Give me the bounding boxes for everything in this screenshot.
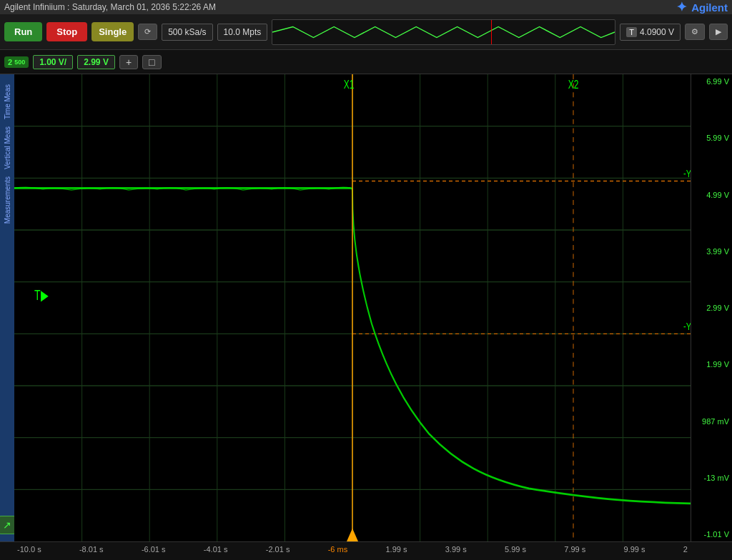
svg-text:-Y2: -Y2 — [683, 167, 691, 179]
waveform-canvas: X1 X2 -Y2 -Y1 T▶ — [14, 74, 691, 541]
y-label-3: 3.99 V — [694, 247, 729, 256]
y-label-8: -1.01 V — [694, 530, 729, 539]
x-label-9: 7.99 s — [564, 545, 585, 557]
volt-div-field[interactable]: 1.00 V/ — [33, 55, 73, 69]
agilent-logo: ✦ Agilent — [676, 0, 728, 15]
svg-text:X1: X1 — [344, 78, 355, 91]
y-label-4: 2.99 V — [694, 304, 729, 312]
x-label-2: -6.01 s — [142, 545, 166, 557]
x-label-1: -8.01 s — [79, 545, 104, 557]
scope-display[interactable]: X1 X2 -Y2 -Y1 T▶ — [14, 74, 691, 541]
scope-action-button[interactable]: ↗ — [0, 516, 16, 534]
y-label-0: 6.99 V — [694, 77, 729, 86]
scope-inner: Time Meas Vertical Meas Measurements ↗ — [0, 74, 732, 541]
y-label-1: 5.99 V — [694, 134, 729, 142]
x-label-6: 1.99 s — [385, 545, 407, 557]
y-label-5: 1.99 V — [694, 360, 729, 369]
toolbar: Run Stop Single ⟳ 500 kSa/s 10.0 Mpts T … — [0, 14, 732, 50]
add-channel-button[interactable]: + — [119, 55, 138, 69]
x-axis-row: -10.0 s -8.01 s -6.01 s -4.01 s -2.01 s … — [0, 541, 732, 560]
x-label-10: 9.99 s — [624, 545, 646, 557]
trigger-options-button[interactable]: ⚙ — [685, 24, 705, 40]
y-label-7: -13 mV — [694, 474, 729, 482]
channel-sub: 500 — [14, 59, 25, 66]
measurements-label[interactable]: Measurements — [2, 174, 13, 226]
channel-number: 2 — [8, 58, 12, 66]
left-sidebar: Time Meas Vertical Meas Measurements ↗ — [0, 74, 14, 541]
channel-badge[interactable]: 2 500 — [4, 56, 29, 68]
svg-marker-27 — [347, 529, 358, 541]
logo-icon: ✦ — [676, 0, 687, 15]
stop-button[interactable]: Stop — [46, 22, 87, 41]
x-label-8: 5.99 s — [505, 545, 526, 557]
offset-field[interactable]: 2.99 V — [77, 55, 115, 69]
x-label-0: -10.0 s — [17, 545, 41, 557]
x-label-5: -6 ms — [328, 545, 348, 557]
y-label-6: 987 mV — [694, 417, 729, 426]
time-meas-label[interactable]: Time Meas — [2, 81, 13, 122]
x-label-3: -4.01 s — [204, 545, 228, 557]
toolbar-extra-button[interactable]: ▶ — [709, 24, 728, 40]
svg-text:X2: X2 — [568, 78, 579, 91]
waveform-preview — [272, 19, 615, 45]
y-label-2: 4.99 V — [694, 191, 729, 199]
trigger-field: T 4.0900 V — [620, 24, 681, 41]
channel-options-button[interactable]: □ — [142, 55, 161, 69]
ch-toolbar: 2 500 1.00 V/ 2.99 V + □ — [0, 50, 732, 74]
logo-text: Agilent — [691, 1, 728, 14]
svg-text:T▶: T▶ — [34, 288, 49, 304]
y-axis: 6.99 V 5.99 V 4.99 V 3.99 V 2.99 V 1.99 … — [691, 74, 732, 541]
titlebar: Agilent Infiniium : Saturday, March 01, … — [0, 0, 732, 14]
run-button[interactable]: Run — [4, 22, 42, 41]
trigger-t-badge: T — [626, 27, 637, 37]
auto-scale-button[interactable]: ⟳ — [138, 24, 157, 40]
svg-text:-Y1: -Y1 — [683, 320, 691, 332]
x-label-7: 3.99 s — [445, 545, 467, 557]
x-label-11: 2 — [683, 545, 688, 557]
memory-field[interactable]: 10.0 Mpts — [217, 24, 268, 41]
titlebar-text: Agilent Infiniium : Saturday, March 01, … — [4, 2, 216, 12]
scope-outer: Time Meas Vertical Meas Measurements ↗ — [0, 74, 732, 560]
vertical-meas-label[interactable]: Vertical Meas — [2, 124, 13, 172]
sample-rate-field[interactable]: 500 kSa/s — [162, 24, 212, 41]
trigger-voltage: 4.0900 V — [640, 27, 674, 37]
single-button[interactable]: Single — [92, 22, 134, 41]
x-label-4: -2.01 s — [266, 545, 290, 557]
x-axis-labels: -10.0 s -8.01 s -6.01 s -4.01 s -2.01 s … — [14, 545, 691, 557]
